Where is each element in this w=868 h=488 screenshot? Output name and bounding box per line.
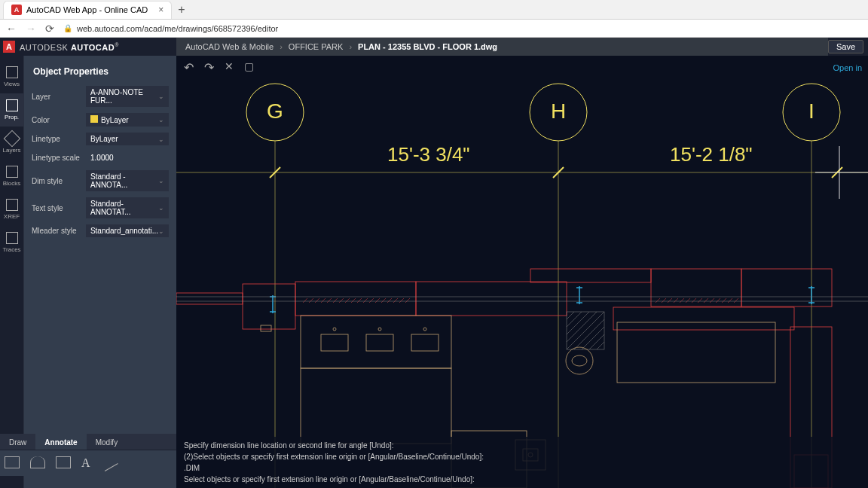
- dimstyle-dropdown[interactable]: Standard - ANNOTA...⌄: [86, 170, 169, 191]
- svg-point-75: [378, 328, 381, 331]
- prop-linetype: Linetype ByLayer⌄: [24, 130, 176, 148]
- svg-point-76: [423, 328, 426, 331]
- svg-line-34: [345, 298, 350, 303]
- svg-line-53: [704, 298, 708, 303]
- properties-icon: [6, 99, 18, 111]
- svg-line-46: [662, 298, 666, 303]
- rail-blocks[interactable]: Blocks: [0, 160, 23, 193]
- forward-icon[interactable]: →: [26, 23, 36, 35]
- svg-text:15'-3 3/4": 15'-3 3/4": [387, 143, 470, 166]
- svg-rect-73: [411, 334, 439, 351]
- svg-line-58: [734, 298, 738, 303]
- svg-rect-69: [301, 316, 451, 368]
- chevron-down-icon: ⌄: [158, 227, 164, 235]
- rail-traces[interactable]: Traces: [0, 226, 23, 259]
- save-button[interactable]: Save: [828, 40, 863, 53]
- blocks-icon: [6, 166, 18, 178]
- rail-layers[interactable]: Layers: [0, 127, 23, 160]
- traces-icon: [6, 232, 18, 244]
- dim-aligned-icon[interactable]: [30, 456, 45, 468]
- mleaderstyle-dropdown[interactable]: Standard_annotati...⌄: [86, 224, 169, 237]
- svg-line-31: [327, 298, 332, 303]
- svg-line-38: [369, 298, 374, 303]
- ltscale-input[interactable]: 1.0000: [86, 151, 169, 164]
- svg-rect-22: [651, 269, 741, 307]
- svg-line-66: [582, 327, 604, 349]
- svg-line-45: [656, 298, 660, 303]
- svg-rect-19: [295, 282, 416, 316]
- breadcrumb-mid[interactable]: OFFICE PARK: [289, 42, 344, 51]
- breadcrumb-root[interactable]: AutoCAD Web & Mobile: [185, 42, 274, 51]
- browser-tab[interactable]: A AutoCAD Web App - Online CAD ×: [3, 1, 172, 19]
- text-icon[interactable]: A: [81, 456, 90, 470]
- drawing-canvas[interactable]: ↶ ↷ ✕ ▢ Open in G H I 15'-3 3/4" 15'-2 1…: [176, 56, 868, 488]
- tab-draw[interactable]: Draw: [0, 434, 35, 451]
- cmd-prompt-line: Select objects or specify first extensio…: [184, 474, 860, 485]
- views-icon: [6, 66, 18, 78]
- close-icon[interactable]: ×: [158, 5, 164, 15]
- svg-line-41: [387, 298, 392, 303]
- dim-linear-icon[interactable]: [5, 456, 20, 468]
- chevron-down-icon: ⌄: [158, 93, 164, 100]
- svg-line-30: [321, 298, 326, 303]
- svg-line-32: [333, 298, 338, 303]
- reload-icon[interactable]: ⟳: [45, 23, 54, 35]
- svg-text:15'-2 1/8": 15'-2 1/8": [670, 143, 753, 166]
- url-field[interactable]: 🔒 web.autocad.com/acad/me/drawings/66857…: [63, 24, 862, 33]
- cmd-history-line: Specify dimension line location or secon…: [184, 440, 860, 451]
- xref-icon: [6, 199, 18, 211]
- app-topbar: A AUTODESK AUTOCAD® AutoCAD Web & Mobile…: [0, 38, 868, 56]
- rail-xref[interactable]: XREF: [0, 193, 23, 226]
- command-line[interactable]: Specify dimension line location or secon…: [176, 437, 868, 488]
- prop-mleaderstyle: Mleader style Standard_annotati...⌄: [24, 221, 176, 240]
- svg-line-64: [567, 312, 604, 349]
- svg-point-82: [566, 347, 593, 374]
- svg-line-49: [680, 298, 684, 303]
- svg-line-57: [728, 298, 732, 303]
- svg-line-33: [339, 298, 344, 303]
- textstyle-dropdown[interactable]: Standard-ANNOTAT...⌄: [86, 197, 169, 218]
- breadcrumb-file[interactable]: PLAN - 12355 BLVD - FLOOR 1.dwg: [358, 42, 497, 51]
- chevron-down-icon: ⌄: [158, 177, 164, 185]
- cmd-history-line: (2)Select objects or specify first exten…: [184, 451, 860, 462]
- svg-line-52: [698, 298, 702, 303]
- properties-panel: Object Properties Layer A-ANNO-NOTE FUR.…: [24, 38, 176, 488]
- prop-color: Color ByLayer⌄: [24, 110, 176, 130]
- svg-line-67: [589, 334, 604, 349]
- svg-line-36: [357, 298, 362, 303]
- svg-line-28: [309, 298, 313, 303]
- url-text: web.autocad.com/acad/me/drawings/6685723…: [77, 24, 278, 33]
- browser-tab-strip: A AutoCAD Web App - Online CAD × +: [0, 0, 868, 20]
- new-tab-icon[interactable]: +: [178, 3, 185, 17]
- tab-title: AutoCAD Web App - Online CAD: [26, 5, 148, 14]
- svg-line-61: [567, 312, 582, 327]
- rail-views[interactable]: Views: [0, 60, 23, 93]
- linetype-dropdown[interactable]: ByLayer⌄: [86, 133, 169, 145]
- layer-dropdown[interactable]: A-ANNO-NOTE FUR...⌄: [86, 86, 169, 107]
- tab-annotate[interactable]: Annotate: [35, 434, 86, 451]
- leader-icon[interactable]: [99, 453, 118, 471]
- svg-rect-17: [243, 284, 295, 329]
- svg-rect-81: [617, 322, 775, 383]
- browser-url-bar: ← → ⟳ 🔒 web.autocad.com/acad/me/drawings…: [0, 20, 868, 38]
- color-dropdown[interactable]: ByLayer⌄: [86, 113, 169, 127]
- left-rail: Views Prop. Layers Blocks XREF Traces: [0, 38, 24, 488]
- svg-rect-70: [301, 368, 451, 444]
- svg-text:G: G: [267, 99, 283, 123]
- chevron-down-icon: ⌄: [158, 136, 164, 143]
- svg-line-68: [597, 342, 604, 349]
- svg-line-35: [351, 298, 356, 303]
- lock-icon: 🔒: [63, 24, 72, 32]
- tab-modify[interactable]: Modify: [87, 434, 127, 451]
- svg-line-56: [722, 298, 726, 303]
- rail-properties[interactable]: Prop.: [0, 93, 23, 127]
- back-icon[interactable]: ←: [6, 23, 17, 35]
- svg-text:H: H: [551, 99, 566, 123]
- dim-angular-icon[interactable]: [56, 456, 71, 468]
- brand-text: AUTODESK AUTOCAD®: [20, 42, 119, 52]
- prop-dimstyle: Dim style Standard - ANNOTA...⌄: [24, 167, 176, 194]
- svg-line-51: [692, 298, 696, 303]
- chevron-right-icon: ›: [349, 42, 352, 51]
- svg-text:I: I: [808, 99, 815, 123]
- svg-line-47: [668, 298, 672, 303]
